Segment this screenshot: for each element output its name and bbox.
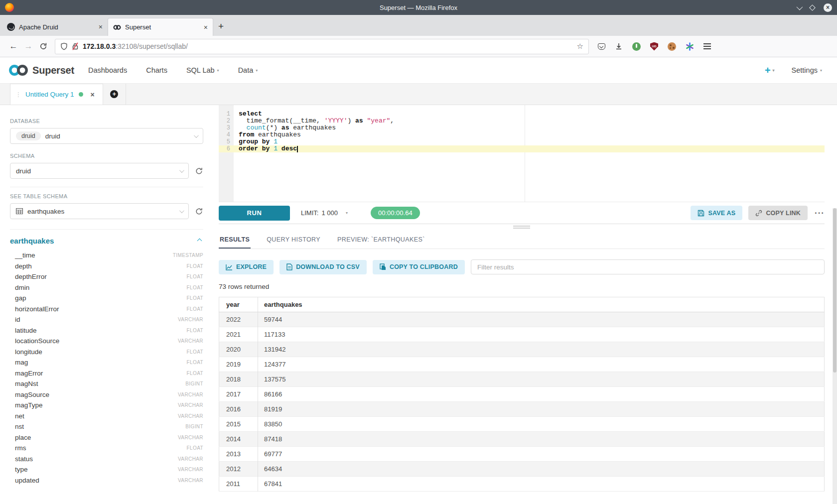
save-as-button[interactable]: SAVE AS [691, 206, 742, 220]
url-bar[interactable]: 172.18.0.3:32108/superset/sqllab/ ☆ [55, 39, 589, 54]
download-icon[interactable] [615, 42, 623, 50]
run-button[interactable]: RUN [219, 206, 290, 221]
table-cell: 2020 [219, 342, 258, 357]
column-row[interactable]: latitudeFLOAT [15, 325, 203, 336]
table-cell: 81919 [258, 402, 825, 417]
browser-tab-superset[interactable]: Superset × [108, 18, 213, 36]
column-row[interactable]: depthErrorFLOAT [15, 271, 203, 282]
add-new-button[interactable]: +▾ [765, 65, 775, 76]
tab-query-history[interactable]: QUERY HISTORY [266, 232, 321, 249]
sql-editor[interactable]: 1select2 time_format(__time, 'YYYY') as … [219, 105, 825, 202]
nav-dashboards[interactable]: Dashboards [88, 66, 127, 74]
tab-results[interactable]: RESULTS [219, 232, 251, 249]
column-row[interactable]: updatedVARCHAR [15, 475, 203, 486]
editor-line[interactable]: 1select [219, 111, 825, 118]
table-row: 201369777 [219, 447, 825, 462]
browser-tab-druid[interactable]: Apache Druid × [2, 18, 108, 36]
query-tab[interactable]: ⋮ Untitled Query 1 × [10, 84, 103, 105]
table-name[interactable]: earthquakes [10, 237, 54, 245]
new-query-tab[interactable]: + [103, 84, 126, 105]
nav-sql-lab[interactable]: SQL Lab▾ [186, 66, 219, 74]
column-row[interactable]: magTypeVARCHAR [15, 400, 203, 411]
column-header-earthquakes[interactable]: earthquakes [258, 297, 825, 312]
ublock-origin-icon[interactable]: UO [650, 42, 658, 51]
tab-close-icon[interactable]: × [99, 23, 103, 31]
refresh-schema-icon[interactable] [195, 167, 203, 175]
menu-icon[interactable] [703, 43, 711, 49]
new-tab-button[interactable]: + [218, 21, 224, 32]
back-button[interactable]: ← [6, 41, 21, 51]
column-row[interactable]: magNstBIGINT [15, 378, 203, 389]
editor-line[interactable]: 4from earthquakes [219, 131, 825, 138]
filter-results-input[interactable] [471, 259, 825, 274]
scrollbar[interactable] [833, 208, 837, 504]
column-type: VARCHAR [178, 478, 203, 483]
column-row[interactable]: magSourceVARCHAR [15, 389, 203, 400]
refresh-table-icon[interactable] [195, 207, 203, 216]
shield-icon[interactable] [60, 42, 68, 50]
maximize-icon[interactable] [809, 4, 816, 11]
editor-line[interactable]: 5group by 1 [219, 138, 825, 145]
pane-resize-handle[interactable] [219, 224, 825, 230]
column-row[interactable]: rmsFLOAT [15, 443, 203, 454]
table-select[interactable]: earthquakes [10, 203, 189, 219]
forward-button[interactable]: → [21, 41, 36, 51]
editor-line[interactable]: 3 count(*) as earthquakes [219, 125, 825, 131]
column-type: BIGINT [185, 381, 203, 386]
limit-dropdown[interactable]: LIMIT: 1 000 ▾ [301, 209, 348, 217]
column-name: locationSource [15, 337, 59, 345]
column-row[interactable]: locationSourceVARCHAR [15, 336, 203, 347]
column-row[interactable]: __timeTIMESTAMP [15, 250, 203, 261]
column-type: FLOAT [187, 445, 203, 451]
column-row[interactable]: idVARCHAR [15, 314, 203, 325]
column-row[interactable]: magErrorFLOAT [15, 368, 203, 379]
nav-charts[interactable]: Charts [146, 66, 167, 74]
column-row[interactable]: nstBIGINT [15, 421, 203, 432]
column-row[interactable]: longitudeFLOAT [15, 347, 203, 358]
settings-menu[interactable]: Settings▾ [792, 66, 822, 74]
column-header-year[interactable]: year [219, 297, 258, 312]
schema-select[interactable]: druid [10, 163, 189, 179]
insecure-lock-icon[interactable] [72, 43, 79, 50]
column-row[interactable]: gapFLOAT [15, 293, 203, 304]
column-row[interactable]: depthFLOAT [15, 261, 203, 272]
editor-line[interactable]: 2 time_format(__time, 'YYYY') as "year", [219, 118, 825, 125]
copy-link-button[interactable]: COPY LINK [748, 206, 808, 220]
table-cell: 2011 [219, 477, 258, 492]
column-row[interactable]: magFLOAT [15, 357, 203, 368]
column-row[interactable]: netVARCHAR [15, 411, 203, 422]
nav-data[interactable]: Data▾ [238, 66, 258, 74]
column-row[interactable]: statusVARCHAR [15, 454, 203, 465]
drag-grip-icon[interactable]: ⋮ [15, 91, 21, 98]
collapse-chevron-icon[interactable] [197, 239, 202, 244]
bookmark-star-icon[interactable]: ☆ [577, 42, 583, 51]
more-actions-icon[interactable]: ··· [815, 208, 825, 218]
column-row[interactable]: typeVARCHAR [15, 464, 203, 475]
column-name: __time [15, 252, 35, 259]
extension-green-icon[interactable] [632, 42, 641, 51]
url-text[interactable]: 172.18.0.3:32108/superset/sqllab/ [83, 42, 188, 50]
tab-label: Apache Druid [19, 23, 58, 31]
close-window-icon[interactable]: × [824, 3, 832, 12]
scrollbar-thumb[interactable] [833, 208, 837, 373]
cookie-extension-icon[interactable] [668, 42, 676, 51]
superset-logo[interactable]: Superset [8, 63, 74, 77]
copy-clipboard-button[interactable]: COPY TO CLIPBOARD [373, 260, 465, 274]
column-row[interactable]: dminFLOAT [15, 282, 203, 293]
column-row[interactable]: horizontalErrorFLOAT [15, 304, 203, 315]
line-number: 5 [219, 138, 234, 145]
editor-line[interactable]: 6order by 1 desc [219, 145, 825, 152]
database-select[interactable]: druid druid [10, 128, 203, 144]
query-tab-close-icon[interactable]: × [91, 91, 95, 99]
explore-button[interactable]: EXPLORE [219, 260, 274, 274]
extension-pinwheel-icon[interactable] [686, 42, 694, 51]
download-csv-button[interactable]: DOWNLOAD TO CSV [279, 260, 367, 274]
tab-preview-earthquakes[interactable]: PREVIEW: `EARTHQUAKES` [336, 232, 426, 249]
pocket-icon[interactable] [598, 43, 605, 50]
column-row[interactable]: placeVARCHAR [15, 432, 203, 443]
reload-button[interactable] [36, 42, 51, 50]
column-type: VARCHAR [178, 413, 203, 419]
table-row: 201681919 [219, 402, 825, 417]
tab-close-icon[interactable]: × [204, 23, 208, 31]
minimize-icon[interactable] [797, 3, 803, 10]
